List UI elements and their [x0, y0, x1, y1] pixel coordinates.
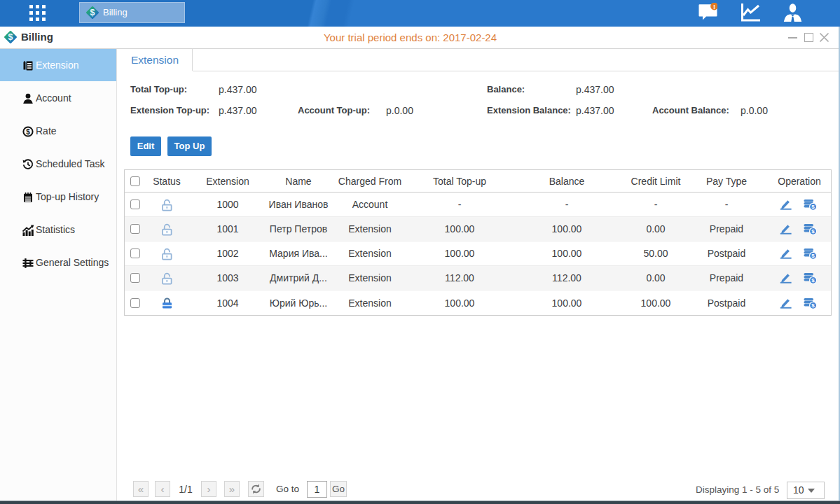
svg-text:$: $	[26, 128, 30, 136]
svg-text:$: $	[811, 277, 815, 284]
svg-text:$: $	[811, 302, 815, 309]
svg-text:$: $	[811, 204, 815, 210]
svg-text:$: $	[811, 253, 815, 259]
svg-text:!: !	[713, 4, 715, 10]
svg-text:$: $	[90, 8, 95, 18]
svg-text:$: $	[811, 228, 815, 234]
